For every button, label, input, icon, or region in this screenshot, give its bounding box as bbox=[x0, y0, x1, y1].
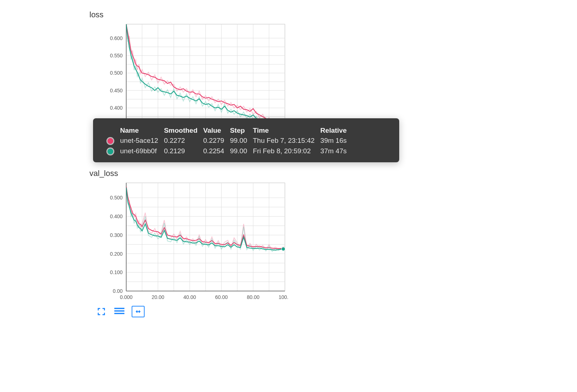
tooltip-row: unet-69bb0f 0.2129 0.2254 99.00 Fri Feb … bbox=[106, 147, 347, 156]
svg-text:0.100: 0.100 bbox=[110, 269, 123, 275]
tooltip-header-value: Value bbox=[203, 126, 225, 135]
tooltip-header-smoothed: Smoothed bbox=[164, 126, 198, 135]
tooltip-header-step: Step bbox=[230, 126, 248, 135]
chart-title-loss: loss bbox=[89, 10, 103, 19]
svg-text:0.400: 0.400 bbox=[110, 105, 123, 111]
svg-text:0.300: 0.300 bbox=[110, 232, 123, 238]
fullscreen-icon[interactable] bbox=[96, 307, 107, 317]
tooltip-header-name: Name bbox=[120, 126, 159, 135]
fit-domain-icon[interactable] bbox=[132, 306, 145, 317]
svg-point-82 bbox=[282, 247, 285, 251]
tooltip-row: unet-5ace12 0.2272 0.2279 99.00 Thu Feb … bbox=[106, 136, 347, 145]
svg-text:0.500: 0.500 bbox=[110, 195, 123, 201]
svg-text:40.00: 40.00 bbox=[183, 294, 196, 300]
svg-rect-83 bbox=[114, 308, 124, 309]
chart-val-loss[interactable]: 0.000.1000.2000.3000.4000.5000.00020.004… bbox=[101, 181, 288, 304]
series-swatch-icon bbox=[106, 147, 114, 155]
svg-text:0.00: 0.00 bbox=[113, 288, 123, 294]
svg-text:0.600: 0.600 bbox=[110, 35, 123, 41]
svg-text:0.000: 0.000 bbox=[120, 294, 132, 300]
svg-text:80.00: 80.00 bbox=[247, 294, 259, 300]
svg-rect-85 bbox=[114, 313, 124, 314]
svg-text:100.0: 100.0 bbox=[278, 294, 288, 300]
tooltip-header-time: Time bbox=[252, 126, 315, 135]
svg-text:0.200: 0.200 bbox=[110, 251, 123, 257]
chart-title-val-loss: val_loss bbox=[89, 169, 118, 178]
svg-text:20.00: 20.00 bbox=[151, 294, 164, 300]
svg-rect-84 bbox=[114, 310, 124, 312]
svg-text:0.550: 0.550 bbox=[110, 53, 123, 58]
list-icon[interactable] bbox=[114, 307, 125, 317]
svg-text:0.400: 0.400 bbox=[110, 213, 123, 219]
chart-tooltip: Name Smoothed Value Step Time Relative u… bbox=[93, 118, 399, 162]
svg-text:60.00: 60.00 bbox=[215, 294, 228, 300]
svg-text:0.450: 0.450 bbox=[110, 88, 123, 93]
svg-text:0.500: 0.500 bbox=[110, 70, 123, 76]
series-swatch-icon bbox=[106, 137, 114, 145]
tooltip-header-relative: Relative bbox=[320, 126, 347, 135]
